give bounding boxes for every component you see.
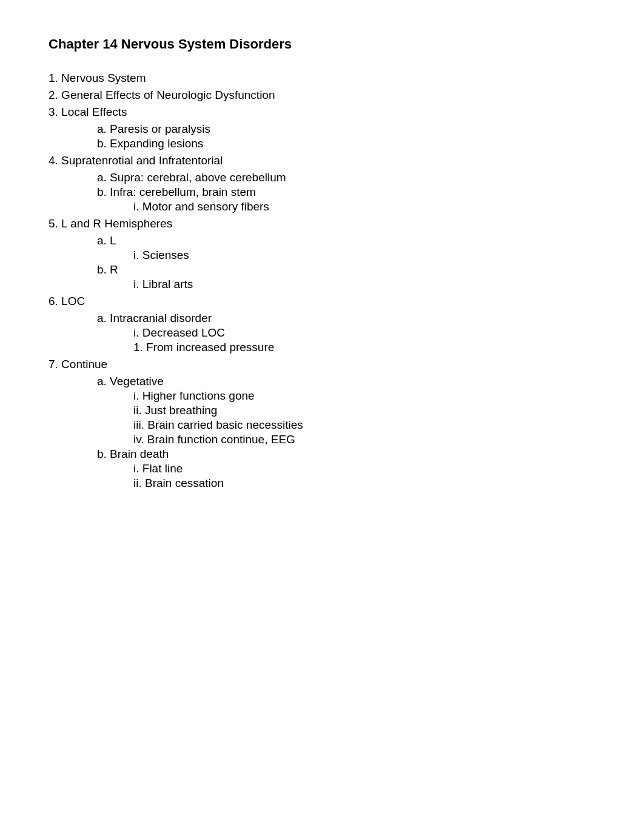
outline-container: 1. Nervous System 2. General Effects of … [49, 72, 595, 490]
item-7b: b. Brain death [49, 448, 595, 461]
item-5a-i: i. Scienses [49, 249, 595, 262]
item-6-label: 6. LOC [49, 295, 595, 308]
item-3-label: 3. Local Effects [49, 106, 595, 119]
item-7a: a. Vegetative [49, 375, 595, 388]
item-3b: b. Expanding lesions [49, 137, 595, 150]
outline-item-5: 5. L and R Hemispheres a. L i. Scienses … [49, 217, 595, 291]
item-6a-i-1: 1. From increased pressure [49, 341, 595, 354]
outline-item-2: 2. General Effects of Neurologic Dysfunc… [49, 89, 595, 102]
page-title: Chapter 14 Nervous System Disorders [49, 36, 595, 52]
item-7a-i: i. Higher functions gone [49, 389, 595, 403]
item-7a-ii: ii. Just breathing [49, 404, 595, 417]
outline-item-1: 1. Nervous System [49, 72, 595, 85]
item-7a-iv: iv. Brain function continue, EEG [49, 433, 595, 446]
item-5a: a. L [49, 234, 595, 247]
outline-item-3: 3. Local Effects a. Paresis or paralysis… [49, 106, 595, 150]
item-4-label: 4. Supratenrotial and Infratentorial [49, 154, 595, 167]
item-7b-i: i. Flat line [49, 462, 595, 475]
item-7b-ii: ii. Brain cessation [49, 477, 595, 490]
outline-item-7: 7. Continue a. Vegetative i. Higher func… [49, 358, 595, 490]
item-7a-iii: iii. Brain carried basic necessities [49, 418, 595, 432]
item-4a: a. Supra: cerebral, above cerebellum [49, 171, 595, 184]
item-5b: b. R [49, 263, 595, 277]
item-3a: a. Paresis or paralysis [49, 122, 595, 136]
outline-item-6: 6. LOC a. Intracranial disorder i. Decre… [49, 295, 595, 354]
item-4b-i: i. Motor and sensory fibers [49, 200, 595, 213]
item-1-label: 1. Nervous System [49, 72, 595, 85]
item-5b-i: i. Libral arts [49, 278, 595, 291]
item-5-label: 5. L and R Hemispheres [49, 217, 595, 230]
item-4b: b. Infra: cerebellum, brain stem [49, 186, 595, 199]
item-6a-i: i. Decreased LOC [49, 326, 595, 340]
item-7-label: 7. Continue [49, 358, 595, 371]
outline-item-4: 4. Supratenrotial and Infratentorial a. … [49, 154, 595, 213]
item-2-label: 2. General Effects of Neurologic Dysfunc… [49, 89, 595, 102]
item-6a: a. Intracranial disorder [49, 312, 595, 325]
